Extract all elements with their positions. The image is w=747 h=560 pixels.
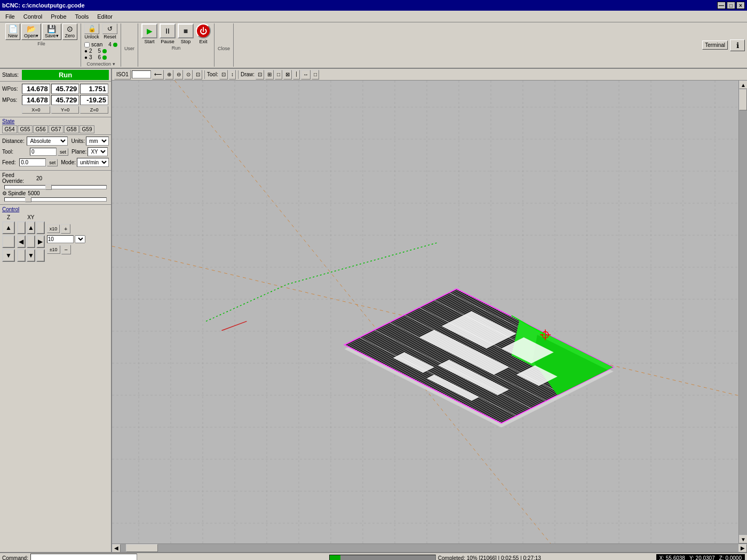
- plane-select[interactable]: XY XZ YZ: [88, 147, 108, 156]
- y-zero-button[interactable]: Y=0: [51, 106, 80, 114]
- gcode-g58[interactable]: G58: [64, 125, 79, 133]
- right-scrollbar[interactable]: ▲ ▼: [738, 81, 747, 543]
- step-input[interactable]: [47, 235, 74, 243]
- x-zero-button[interactable]: X=0: [22, 106, 50, 114]
- spindle-slider-track[interactable]: [4, 197, 107, 202]
- open-button[interactable]: 📂 Open▾: [21, 23, 41, 40]
- menu-probe[interactable]: Probe: [46, 11, 70, 22]
- state-label[interactable]: State: [2, 118, 109, 124]
- z-up-button[interactable]: ▲: [2, 221, 15, 234]
- reset-button[interactable]: ↺ Reset: [102, 23, 117, 39]
- xy-left-button[interactable]: ◀: [17, 235, 26, 248]
- iso-view-button[interactable]: ISO1: [114, 70, 131, 79]
- scroll-thumb[interactable]: [739, 89, 747, 110]
- tool-btn-1[interactable]: ⊡: [219, 70, 228, 79]
- menu-editor[interactable]: Editor: [93, 11, 117, 22]
- step-x10-row: x10 +: [47, 224, 85, 234]
- toolbar-close-section: Close: [214, 23, 234, 67]
- view-grid-button[interactable]: ⊡: [194, 70, 202, 79]
- hscroll-left-arrow[interactable]: ◀: [112, 544, 121, 553]
- step-x10-button[interactable]: x10: [47, 225, 60, 233]
- gcode-g55[interactable]: G55: [18, 125, 33, 133]
- bottom-scrollbar[interactable]: ◀ ▶: [112, 543, 747, 552]
- toolbar-connection-section: 🔓 Unlock ↺ Reset scan 4: [81, 23, 121, 67]
- titlebar: bCNC: c:\cnc\outputgc.gcode — □ ×: [0, 0, 747, 11]
- cnc-canvas[interactable]: [112, 81, 738, 543]
- mpos-y: 45.729: [51, 95, 80, 105]
- xy-right-button[interactable]: ▶: [36, 235, 45, 248]
- gcode-g57[interactable]: G57: [49, 125, 63, 133]
- scroll-down-arrow[interactable]: ▼: [739, 535, 747, 543]
- hscroll-track[interactable]: [121, 544, 738, 552]
- view-fit-button[interactable]: ⟵: [152, 70, 164, 79]
- distance-select[interactable]: Absolute Incremental: [27, 137, 68, 146]
- feed-override-row: FeedOverride: 20: [2, 172, 109, 184]
- feed-slider-thumb[interactable]: [45, 185, 52, 190]
- spindle-value: 5000: [28, 190, 44, 196]
- mode-select[interactable]: unit/min unit/rev: [77, 158, 109, 167]
- gcode-g56[interactable]: G56: [33, 125, 48, 133]
- spindle-slider-thumb[interactable]: [25, 197, 31, 202]
- tool-input[interactable]: [30, 148, 57, 156]
- conn-scan-checkbox[interactable]: [84, 42, 90, 47]
- tool-row: Tool: set Plane: XY XZ YZ: [2, 147, 109, 156]
- feed-set-button[interactable]: set: [47, 159, 58, 166]
- draw-btn-6[interactable]: ↔: [301, 70, 311, 79]
- scroll-track[interactable]: [739, 89, 747, 535]
- view-reset-button[interactable]: ⊙: [184, 70, 193, 79]
- new-button[interactable]: 📄 New: [5, 23, 20, 40]
- minimize-button[interactable]: —: [717, 2, 726, 9]
- view-zoom-in-button[interactable]: ⊕: [165, 70, 173, 79]
- tool-set-button[interactable]: set: [58, 148, 68, 156]
- close-button[interactable]: ×: [736, 2, 745, 9]
- titlebar-controls[interactable]: — □ ×: [717, 2, 745, 9]
- stop-button[interactable]: ■ Stop: [178, 23, 194, 44]
- view-zoom-out-button[interactable]: ⊖: [174, 70, 183, 79]
- units-select[interactable]: mm inch: [86, 137, 109, 146]
- canvas-container[interactable]: [112, 81, 738, 543]
- draw-btn-3[interactable]: □: [275, 70, 282, 79]
- step-minus-button[interactable]: −: [61, 245, 71, 254]
- feed-slider-track[interactable]: [4, 185, 107, 189]
- save-button[interactable]: 💾 Save▾: [42, 23, 61, 40]
- xy-label: XY: [17, 214, 45, 220]
- start-button[interactable]: ▶ Start: [141, 23, 157, 44]
- hscroll-right-arrow[interactable]: ▶: [738, 544, 747, 553]
- tool-btn-2[interactable]: ↕: [229, 70, 236, 79]
- z-down-button[interactable]: ▼: [2, 249, 15, 262]
- step-select[interactable]: ▾: [75, 235, 85, 243]
- draw-btn-2[interactable]: ⊞: [265, 70, 274, 79]
- unlock-button[interactable]: 🔓 Unlock: [84, 23, 99, 39]
- exit-button[interactable]: ⏻ Exit: [196, 23, 211, 44]
- terminal-button[interactable]: Terminal: [702, 41, 728, 50]
- control-label[interactable]: Control: [2, 206, 109, 212]
- hscroll-thumb[interactable]: [126, 544, 158, 552]
- zero-button[interactable]: ⊙ Zero: [62, 23, 78, 40]
- distance-row: Distance: Absolute Incremental Units: mm…: [2, 137, 109, 146]
- menu-tools[interactable]: Tools: [71, 11, 93, 22]
- new-label: New: [8, 33, 18, 38]
- xy-up-button[interactable]: ▲: [27, 221, 35, 234]
- gcode-g59[interactable]: G59: [80, 125, 94, 133]
- xy-se-button: [36, 249, 45, 262]
- control-section: Control Z ▲ ▼ XY ▲ ◀: [0, 205, 111, 552]
- command-input[interactable]: [30, 554, 137, 560]
- draw-btn-4[interactable]: ⊠: [283, 70, 292, 79]
- pause-button[interactable]: ⏸ Pause: [160, 23, 176, 44]
- draw-btn-1[interactable]: ⊡: [256, 70, 264, 79]
- menu-file[interactable]: File: [1, 11, 19, 22]
- feed-input[interactable]: [19, 158, 46, 166]
- step-pm-button[interactable]: ±10: [47, 245, 60, 254]
- scroll-up-arrow[interactable]: ▲: [739, 81, 747, 89]
- draw-btn-5[interactable]: ⏐: [293, 70, 300, 79]
- draw-btn-7[interactable]: □: [312, 70, 319, 79]
- menu-control[interactable]: Control: [19, 11, 46, 22]
- maximize-button[interactable]: □: [727, 2, 735, 9]
- step-plus-button[interactable]: +: [61, 224, 70, 234]
- gcode-g54[interactable]: G54: [2, 125, 17, 133]
- xy-down-button[interactable]: ▼: [27, 249, 35, 262]
- z-zero-button[interactable]: Z=0: [80, 106, 108, 114]
- help-button[interactable]: ℹ: [730, 39, 745, 51]
- view-input[interactable]: [132, 70, 151, 78]
- conn-4-dot: [113, 43, 117, 47]
